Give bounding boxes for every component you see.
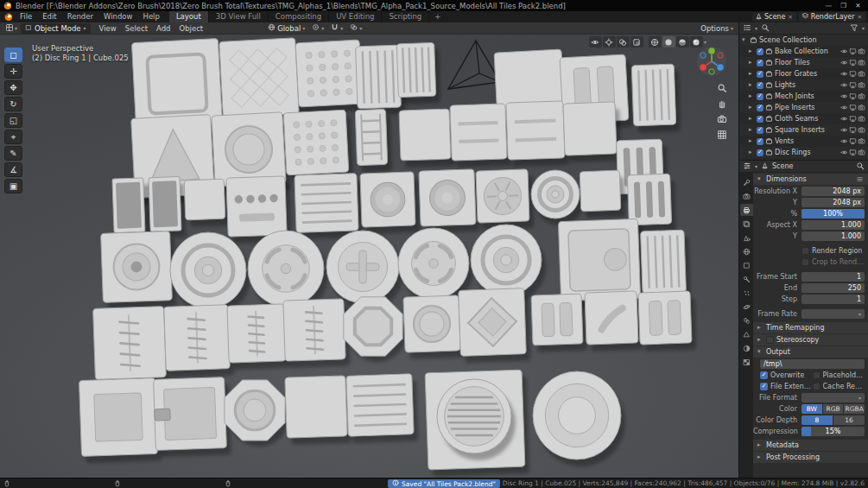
tile-ribv[interactable]	[631, 64, 681, 133]
menu-file[interactable]: File	[15, 11, 37, 22]
collection-checkbox[interactable]	[757, 149, 763, 156]
viewport-menu-add[interactable]: Add	[152, 22, 174, 35]
panel-output[interactable]: Output	[753, 346, 868, 358]
disable-viewport-icon[interactable]	[849, 137, 857, 145]
outliner-row-vents[interactable]: Vents	[739, 136, 868, 147]
tile-sqi[interactable]	[79, 377, 162, 463]
chevron-down-icon[interactable]	[704, 40, 706, 45]
hide-eye-icon[interactable]	[840, 137, 848, 145]
tile-ring[interactable]	[170, 232, 250, 315]
tile-handle[interactable]	[154, 377, 231, 457]
disable-render-icon[interactable]	[858, 70, 865, 78]
maximize-button[interactable]: ❐	[836, 0, 851, 11]
tile-ribv[interactable]	[641, 230, 691, 301]
tile-gem[interactable]	[459, 288, 531, 364]
collection-checkbox[interactable]	[757, 93, 763, 100]
tool-rotate[interactable]: ↻	[4, 97, 22, 111]
orientation-dropdown[interactable]: Global	[266, 23, 307, 33]
disable-render-icon[interactable]	[858, 81, 865, 89]
navigation-gizmo[interactable]	[695, 45, 728, 78]
grid-ortho-button[interactable]	[717, 130, 727, 140]
tile-stitch[interactable]	[164, 305, 235, 378]
disable-render-icon[interactable]	[858, 149, 865, 156]
expand-arrow-icon[interactable]	[749, 105, 755, 111]
tile-slot[interactable]	[531, 294, 587, 352]
collection-checkbox[interactable]	[757, 82, 763, 89]
cache-result-checkbox[interactable]	[813, 383, 820, 390]
frame-start-field[interactable]: 1	[801, 272, 865, 282]
pan-hand-button[interactable]	[717, 98, 727, 109]
file-extensions-checkbox[interactable]	[760, 383, 768, 390]
disable-render-icon[interactable]	[858, 92, 865, 100]
tile-stitch[interactable]	[93, 306, 171, 386]
snap-toggle[interactable]	[329, 23, 345, 33]
color-depth-option-8[interactable]: 8	[801, 415, 833, 425]
panel-time-remapping[interactable]: Time Remapping	[753, 322, 868, 333]
viewport-menu-select[interactable]: Select	[121, 22, 152, 35]
tile-stitch[interactable]	[283, 299, 351, 369]
outliner-row-floor-tiles[interactable]: Floor Tiles	[739, 57, 868, 68]
tile-ribv[interactable]	[396, 42, 440, 105]
properties-tab-object[interactable]	[740, 259, 753, 271]
disable-viewport-icon[interactable]	[849, 104, 857, 111]
close-button[interactable]: ✕	[851, 0, 865, 11]
shading-solid-icon[interactable]	[662, 36, 675, 48]
tile-sq[interactable]	[285, 376, 352, 446]
tile-ribh[interactable]	[295, 173, 364, 239]
menu-render[interactable]: Render	[62, 11, 98, 22]
search-icon[interactable]	[761, 23, 770, 34]
tile-bowl[interactable]	[419, 169, 480, 233]
expand-arrow-icon[interactable]	[749, 71, 755, 77]
disable-viewport-icon[interactable]	[849, 70, 857, 78]
file-format-dropdown[interactable]: PNG	[801, 393, 865, 402]
tile-wire[interactable]	[448, 41, 500, 89]
properties-tab-tool[interactable]	[740, 176, 753, 188]
collection-checkbox[interactable]	[757, 60, 763, 67]
hide-eye-icon[interactable]	[840, 70, 848, 78]
collection-checkbox[interactable]	[757, 105, 763, 111]
tool-move[interactable]: ✥	[4, 80, 22, 95]
tile-dots[interactable]	[283, 110, 353, 182]
expand-arrow-icon[interactable]	[742, 37, 748, 43]
disable-viewport-icon[interactable]	[849, 59, 857, 67]
tile-disc[interactable]	[533, 371, 625, 466]
saved-notification[interactable]: Saved "All Tiles Pack2.blend"	[388, 479, 500, 488]
hide-eye-icon[interactable]	[840, 48, 848, 55]
workspace-tab-scripting[interactable]: Scripting	[382, 11, 429, 22]
outliner-row-bake-collection[interactable]: Bake Collection	[739, 46, 868, 57]
tool-annotate[interactable]: ✎	[4, 146, 22, 161]
view-layer-selector[interactable]: RenderLayer	[799, 12, 865, 22]
outliner-row-floor-grates[interactable]: Floor Grates	[739, 68, 868, 79]
tile-ribh[interactable]	[346, 374, 419, 444]
menu-window[interactable]: Window	[98, 11, 138, 22]
proportional-editing-dropdown[interactable]	[348, 23, 364, 33]
menu-edit[interactable]: Edit	[37, 11, 61, 22]
-slider[interactable]: 100%	[801, 209, 865, 219]
tile-stitch[interactable]	[227, 304, 291, 370]
properties-tab-constraints[interactable]	[740, 314, 753, 326]
properties-tab-modifiers[interactable]	[740, 273, 753, 285]
outliner-row-mech-joints[interactable]: Mech Joints	[739, 91, 868, 102]
expand-arrow-icon[interactable]	[749, 48, 755, 54]
tile-cog[interactable]	[476, 169, 534, 230]
step-field[interactable]: 1	[801, 295, 865, 304]
tile-sq[interactable]	[184, 179, 230, 227]
properties-tab-view-layer[interactable]	[740, 218, 753, 230]
workspace-tab-3d-view-full[interactable]: 3D View Full	[209, 11, 269, 22]
tile-sq[interactable]	[580, 170, 625, 219]
properties-tab-output[interactable]	[740, 204, 753, 216]
workspace-tab-uv-editing[interactable]: UV Editing	[329, 11, 382, 22]
disable-render-icon[interactable]	[858, 104, 865, 111]
viewport-menu-object[interactable]: Object	[174, 22, 207, 35]
workspace-tab-layout[interactable]: Layout	[169, 11, 209, 22]
pivot-dropdown[interactable]	[310, 23, 326, 33]
tool-add-cube[interactable]: ▣	[4, 179, 22, 193]
visibility-dropdown-icon[interactable]	[589, 36, 602, 48]
resolution-x-field[interactable]: 2048 px	[801, 187, 865, 196]
properties-tab-particles[interactable]	[740, 287, 753, 299]
hide-eye-icon[interactable]	[840, 115, 848, 123]
blender-menu-icon[interactable]	[2, 12, 15, 22]
panel-dimensions[interactable]: Dimensions	[753, 174, 868, 185]
collection-checkbox[interactable]	[757, 116, 763, 123]
presets-icon[interactable]	[856, 175, 864, 183]
